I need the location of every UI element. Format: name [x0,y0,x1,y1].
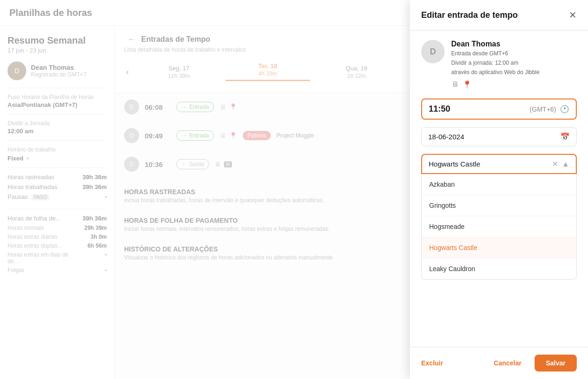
panel-header: Editar entrada de tempo ✕ [410,0,588,30]
gmt-label: (GMT+6) [530,106,556,113]
computer-icon: 🖥 [451,80,459,89]
panel-body: D Dean Thomas Entrada desde GMT+6 Dividi… [410,30,588,347]
location-dropdown: Azkaban Gringotts Hogsmeade Hogwarts Cas… [421,174,577,280]
panel-footer: Excluir Cancelar Salvar [410,347,588,379]
location-input-row[interactable]: Hogwarts Castle ✕ ▲ [421,154,577,174]
panel-user-info: Dean Thomas Entrada desde GMT+6 Dividir … [451,40,540,89]
location-field: Hogwarts Castle ✕ ▲ Azkaban Gringotts Ho… [421,154,577,280]
cancel-button[interactable]: Cancelar [486,355,529,371]
time-value: 11:50 [429,104,450,114]
panel-user-detail1: Entrada desde GMT+6 [451,49,540,58]
panel-user-detail3: através do aplicativo Web do Jibble [451,68,540,76]
panel-user-name: Dean Thomas [451,40,540,48]
chevron-up-button[interactable]: ▲ [562,160,569,168]
panel-title: Editar entrada de tempo [421,10,518,20]
dropdown-item-hogsmeade[interactable]: Hogsmeade [422,216,576,237]
date-field: 18-06-2024 📅 [421,127,577,146]
delete-button[interactable]: Excluir [421,359,443,367]
dropdown-item-gringotts[interactable]: Gringotts [422,195,576,216]
location-value: Hogwarts Castle [429,160,480,168]
dropdown-item-leaky[interactable]: Leaky Cauldron [422,258,576,279]
panel-user-card: D Dean Thomas Entrada desde GMT+6 Dividi… [421,40,577,89]
date-value: 18-06-2024 [428,133,464,141]
dropdown-item-hogwarts[interactable]: Hogwarts Castle [422,237,576,258]
time-field: 11:50 (GMT+6) 🕐 [421,99,577,120]
panel-user-detail2: Dividir a jornada: 12:00 am [451,59,540,67]
clock-icon: 🕐 [560,105,569,114]
close-button[interactable]: ✕ [569,9,577,21]
user-card-icons: 🖥 📍 [451,80,540,89]
calendar-icon: 📅 [560,132,570,141]
time-input-row[interactable]: 11:50 (GMT+6) 🕐 [421,99,577,120]
clear-button[interactable]: ✕ [552,159,558,168]
dropdown-item-azkaban[interactable]: Azkaban [422,174,576,195]
panel-user-avatar: D [421,40,445,63]
dim-overlay [0,0,410,379]
edit-panel: Editar entrada de tempo ✕ D Dean Thomas … [410,0,588,379]
date-input-row[interactable]: 18-06-2024 📅 [421,127,577,146]
pin-icon: 📍 [462,80,472,89]
footer-right: Cancelar Salvar [486,355,577,371]
save-button[interactable]: Salvar [535,355,577,371]
